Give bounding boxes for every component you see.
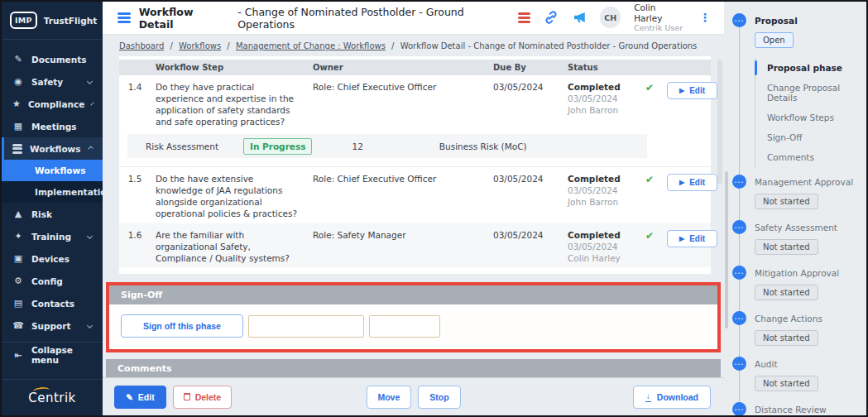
phase-subitem-change-proposal-details[interactable]: Change Proposal Details	[767, 78, 860, 108]
edit-step-button[interactable]: ▶ Edit	[667, 174, 717, 191]
signoff-field-1[interactable]	[248, 315, 364, 338]
phase-name[interactable]: Proposal	[755, 16, 798, 26]
sidebar-item-compliance[interactable]: ★ Compliance	[2, 93, 103, 115]
footer-action-bar: ✎ Edit Delete Move Stop ↓ Download	[103, 377, 724, 415]
sidebar-item-config[interactable]: ⚙ Config	[2, 270, 103, 292]
phase-dots-icon: •••	[732, 220, 746, 234]
check-icon: ✔	[645, 223, 667, 268]
trash-icon	[184, 393, 190, 400]
user-info: Colin Harley Centrik User	[634, 2, 684, 33]
link-icon[interactable]	[544, 10, 559, 25]
avatar[interactable]: CH	[600, 7, 621, 28]
phase-dots-icon: •••	[732, 266, 746, 280]
sidebar-subitem-label: Workflows	[35, 165, 86, 175]
sidebar-item-training[interactable]: ✦ Training	[2, 225, 103, 247]
delete-button-label: Delete	[195, 392, 222, 402]
content-area: Dashboard / Workflows / Management of Ch…	[103, 35, 724, 377]
left-sidebar: IMP TrustFlight ✎ Documents ◉ Safety ★ C…	[2, 2, 103, 415]
sign-off-phase-button[interactable]: Sign off this phase	[121, 314, 243, 338]
pencil-icon: ✎	[126, 392, 133, 402]
workflow-discs-icon	[12, 144, 22, 154]
breadcrumb-link-workflows[interactable]: Workflows	[179, 41, 221, 50]
phase-name[interactable]: Distance Review	[755, 405, 827, 415]
phase-subitem-comments[interactable]: Comments	[767, 147, 860, 167]
sidebar-item-label: Contacts	[31, 299, 74, 309]
phase-subitem-proposal-phase[interactable]: Proposal phase	[767, 58, 860, 78]
workflow-steps-table: Workflow Step Owner Due By Status 1.4 Do…	[119, 56, 711, 274]
content-scrollbar[interactable]	[717, 60, 722, 184]
phases-scrollbar[interactable]	[725, 171, 728, 328]
status-date: 03/05/2024	[568, 185, 640, 197]
edit-button[interactable]: ✎ Edit	[114, 386, 166, 409]
status-user: John Barron	[568, 105, 640, 117]
sidebar-item-safety[interactable]: ◉ Safety	[2, 70, 103, 93]
user-role: Centrik User	[634, 23, 684, 32]
delete-button[interactable]: Delete	[173, 386, 233, 409]
phase-sublist: Proposal phase Change Proposal Details W…	[755, 58, 860, 167]
sidebar-item-label: Support	[31, 321, 70, 331]
sidebar-subitem-workflows[interactable]: Workflows	[2, 160, 103, 181]
phase-name[interactable]: Mitigation Approval	[755, 268, 839, 278]
workflow-discs-icon	[117, 12, 131, 24]
contact-card-icon: ▤	[12, 298, 24, 309]
megaphone-icon[interactable]	[572, 10, 587, 25]
phase-status-badge[interactable]: Not started	[755, 376, 818, 391]
sidebar-item-support[interactable]: ☎ Support	[2, 314, 103, 337]
col-status: Status	[563, 60, 645, 75]
sidebar-item-label: Compliance	[28, 99, 84, 109]
phase-status-badge[interactable]: Not started	[755, 194, 818, 209]
step-number: 1.5	[119, 167, 151, 223]
breadcrumb-current: Workflow Detail - Change of Nominated Po…	[400, 41, 698, 50]
workflow-alert-icon[interactable]	[518, 12, 530, 24]
people-icon: ▦	[12, 121, 24, 132]
edit-step-button[interactable]: ▶ Edit	[667, 82, 717, 99]
collapse-menu-button[interactable]: ⇤ Collapse menu	[2, 343, 103, 367]
move-button[interactable]: Move	[366, 386, 411, 409]
sidebar-item-label: Config	[31, 276, 63, 286]
main-column: Workflow Detail - Change of Nominated Po…	[103, 2, 724, 415]
sidebar-subitem-implementation[interactable]: Implementation	[2, 181, 103, 203]
stop-button[interactable]: Stop	[418, 386, 460, 409]
phase-subitem-sign-off[interactable]: Sign-Off	[767, 127, 860, 147]
edit-button-label: Edit	[138, 392, 155, 402]
collapse-arrow-icon: ⇤	[12, 350, 24, 361]
brand-logo: IMP TrustFlight	[2, 2, 103, 40]
kebab-menu-icon[interactable]: ⋮	[698, 11, 712, 24]
check-icon: ✔	[645, 167, 667, 223]
edit-label: Edit	[689, 234, 705, 243]
sidebar-item-label: Devices	[31, 254, 70, 264]
phase-mitigation-approval: ••• Mitigation Approval Not started	[732, 266, 860, 304]
phase-status-badge[interactable]: Not started	[755, 285, 818, 300]
signoff-field-2[interactable]	[369, 315, 440, 338]
phase-name[interactable]: Safety Assessment	[755, 223, 837, 232]
phase-name[interactable]: Audit	[755, 359, 778, 369]
shield-icon: ◉	[12, 76, 24, 87]
phase-safety-assessment: ••• Safety Assessment Not started	[732, 220, 860, 258]
edit-step-button[interactable]: ▶ Edit	[667, 230, 717, 247]
sidebar-item-workflows[interactable]: Workflows	[2, 137, 103, 160]
sidebar-item-devices[interactable]: ▣ Devices	[2, 247, 103, 270]
phase-subitem-workflow-steps[interactable]: Workflow Steps	[767, 108, 860, 127]
download-button[interactable]: ↓ Download	[633, 386, 711, 409]
in-progress-badge[interactable]: In Progress	[243, 138, 312, 155]
phase-status-badge[interactable]: Not started	[755, 330, 818, 346]
breadcrumb-link-dashboard[interactable]: Dashboard	[119, 41, 164, 50]
phase-status-badge[interactable]: Not started	[755, 239, 818, 255]
step-due: 03/05/2024	[488, 223, 563, 268]
edit-label: Edit	[689, 86, 705, 95]
phase-status-badge[interactable]: Open	[755, 32, 794, 48]
comments-section-title: Comments	[106, 359, 721, 377]
phase-proposal: ••• Proposal Open Proposal phase Change …	[732, 13, 860, 167]
status-date: 03/05/2024	[568, 242, 640, 253]
phase-name[interactable]: Change Actions	[755, 314, 822, 324]
sidebar-item-label: Risk	[31, 209, 52, 219]
sidebar-subitem-label: Implementation	[35, 187, 113, 197]
page-title: Workflow Detail	[139, 6, 230, 31]
breadcrumb-link-moc-workflows[interactable]: Management of Change : Workflows	[236, 41, 386, 50]
sidebar-item-meetings[interactable]: ▦ Meetings	[2, 115, 103, 137]
phase-name[interactable]: Management Approval	[755, 177, 853, 187]
sidebar-item-contacts[interactable]: ▤ Contacts	[2, 292, 103, 314]
check-icon: ✔	[645, 75, 667, 131]
sidebar-item-documents[interactable]: ✎ Documents	[2, 48, 103, 70]
sidebar-item-risk[interactable]: ▲ Risk	[2, 203, 103, 225]
